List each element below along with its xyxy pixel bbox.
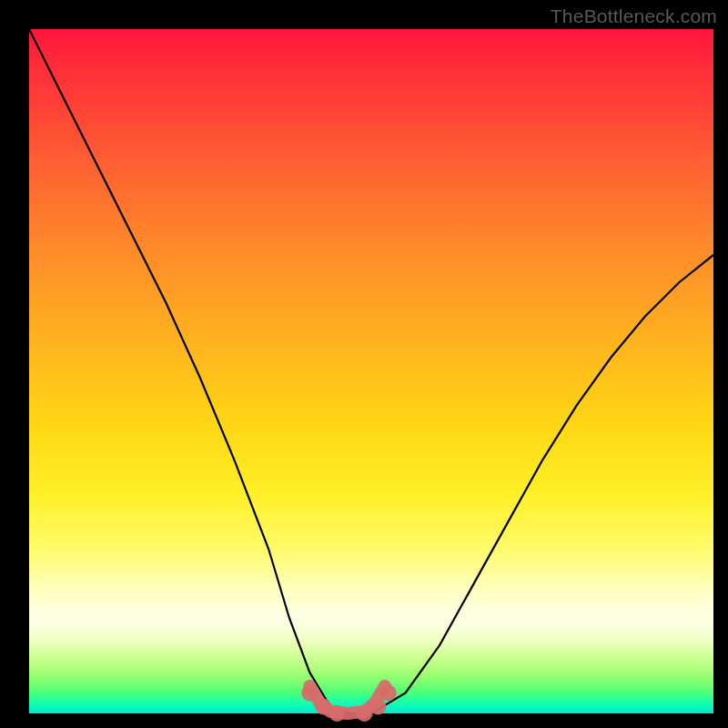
plot-area xyxy=(29,29,713,713)
flat-segment-marker xyxy=(329,705,345,722)
curve-svg xyxy=(29,29,713,713)
watermark-text: TheBottleneck.com xyxy=(551,5,717,27)
flat-segment-marker xyxy=(301,684,318,701)
bottleneck-curve xyxy=(29,29,713,713)
flat-segment-marker xyxy=(370,699,387,715)
flat-segment-marker xyxy=(380,684,397,701)
chart-frame: TheBottleneck.com xyxy=(0,0,728,728)
